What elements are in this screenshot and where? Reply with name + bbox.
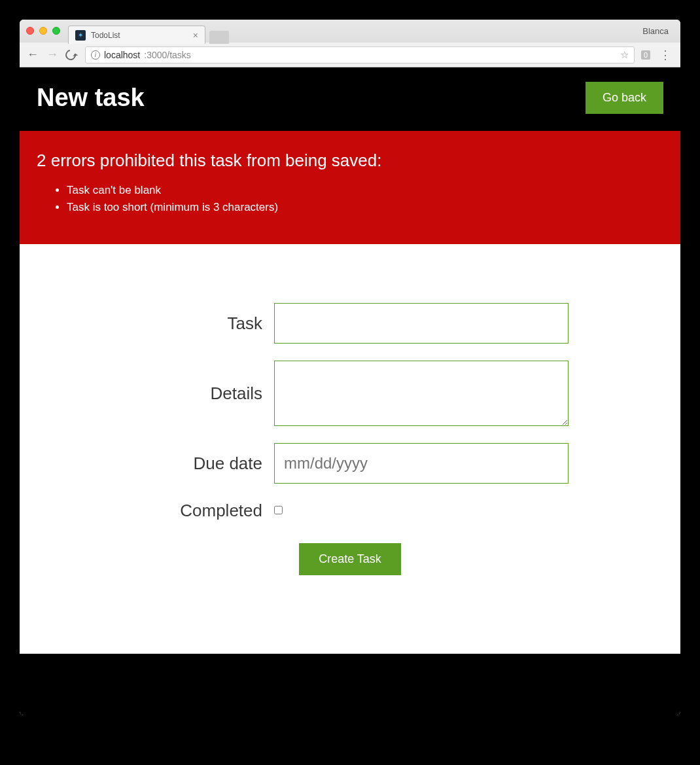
field-row-due-date: Due date: [20, 443, 680, 484]
reload-button-icon[interactable]: [65, 50, 79, 60]
completed-label: Completed: [131, 501, 262, 521]
favicon-icon: ✶: [75, 30, 86, 41]
address-bar[interactable]: i localhost:3000/tasks ☆: [85, 46, 635, 63]
details-label: Details: [131, 383, 262, 404]
task-form: Task Details Due date Completed Create T…: [20, 244, 680, 654]
browser-chrome: ✶ TodoList × Blanca ← → i localhost:3000…: [20, 20, 680, 67]
completed-checkbox[interactable]: [274, 506, 283, 514]
browser-menu-icon[interactable]: ⋮: [657, 48, 674, 62]
page-body: New task Go back 2 errors prohibited thi…: [20, 67, 680, 715]
tab-title: TodoList: [91, 31, 188, 40]
due-date-label: Due date: [131, 454, 262, 474]
field-row-task: Task: [20, 303, 680, 344]
go-back-button[interactable]: Go back: [586, 82, 663, 114]
create-task-button[interactable]: Create Task: [299, 543, 401, 575]
tab-row: ✶ TodoList × Blanca: [20, 20, 680, 42]
back-button-icon[interactable]: ←: [26, 48, 39, 62]
due-date-input[interactable]: [274, 443, 569, 484]
details-textarea[interactable]: [274, 361, 569, 426]
tab-close-icon[interactable]: ×: [193, 31, 198, 40]
bookmark-icon[interactable]: ☆: [620, 49, 629, 61]
maximize-window-icon[interactable]: [52, 27, 60, 35]
field-row-details: Details: [20, 361, 680, 426]
extension-badge[interactable]: 0: [641, 50, 650, 60]
task-label: Task: [131, 313, 262, 334]
address-row: ← → i localhost:3000/tasks ☆ 0 ⋮: [20, 42, 680, 67]
submit-row: Create Task: [20, 543, 680, 575]
address-actions: ☆: [620, 49, 629, 61]
field-row-completed: Completed: [20, 501, 680, 521]
site-info-icon[interactable]: i: [91, 50, 100, 60]
url-path: :3000/tasks: [144, 50, 191, 60]
error-item: Task is too short (minimum is 3 characte…: [67, 201, 663, 214]
url-host: localhost: [104, 50, 140, 60]
task-input[interactable]: [274, 303, 569, 344]
error-item: Task can't be blank: [67, 184, 663, 197]
forward-button-icon: →: [46, 48, 59, 62]
page-title: New task: [37, 84, 145, 112]
browser-window: ✶ TodoList × Blanca ← → i localhost:3000…: [20, 20, 680, 715]
minimize-window-icon[interactable]: [39, 27, 47, 35]
page-header: New task Go back: [20, 67, 680, 131]
new-tab-button[interactable]: [209, 31, 229, 44]
error-title: 2 errors prohibited this task from being…: [37, 151, 663, 171]
profile-name[interactable]: Blanca: [642, 26, 674, 36]
browser-tab[interactable]: ✶ TodoList ×: [68, 26, 205, 44]
error-panel: 2 errors prohibited this task from being…: [20, 131, 680, 244]
window-controls: [26, 27, 60, 35]
close-window-icon[interactable]: [26, 27, 34, 35]
error-list: Task can't be blank Task is too short (m…: [37, 184, 663, 214]
